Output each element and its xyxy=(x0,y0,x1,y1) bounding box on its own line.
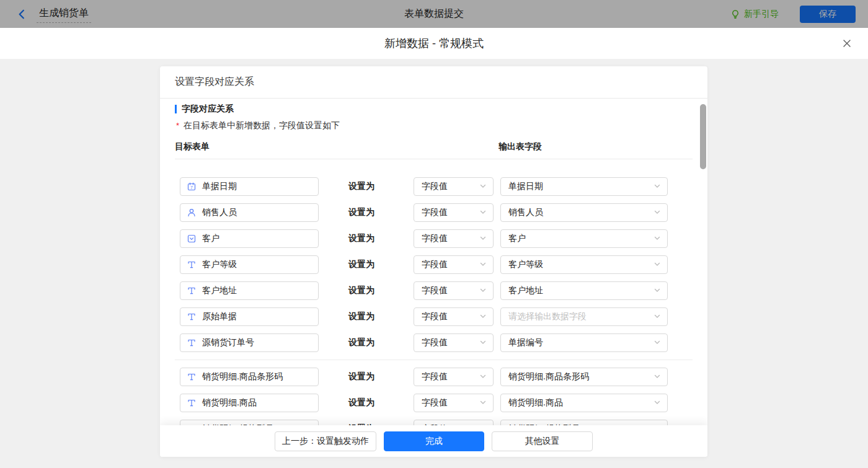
text-field-icon xyxy=(187,312,197,322)
select-placeholder: 请选择输出数据字段 xyxy=(508,311,587,322)
value-type-select[interactable]: 字段值 xyxy=(414,368,494,386)
mapping-row: 销货明细.规格型号 设置为 字段值 销货明细.规格型号 xyxy=(175,420,693,425)
chevron-down-icon xyxy=(479,182,487,192)
top-bar: 生成销货单 表单数据提交 新手引导 保存 xyxy=(0,0,868,28)
previous-step-button[interactable]: 上一步：设置触发动作 xyxy=(275,431,376,451)
value-type-select[interactable]: 字段值 xyxy=(414,281,494,300)
close-icon[interactable] xyxy=(842,38,852,51)
section-title-bar xyxy=(175,105,177,113)
mapping-row: 原始单据 设置为 字段值 请选择输出数据字段 xyxy=(175,307,693,326)
target-field-label: 客户等级 xyxy=(202,259,237,270)
modal-overlay-mask xyxy=(0,0,868,28)
chevron-down-icon xyxy=(653,286,661,296)
scrollbar-thumb[interactable] xyxy=(700,104,706,169)
output-field-select[interactable]: 单据日期 xyxy=(500,177,668,196)
chevron-down-icon xyxy=(653,398,661,408)
target-field-label: 销货明细.商品 xyxy=(202,397,257,408)
text-field-icon xyxy=(187,286,197,296)
modal-title: 新增数据 - 常规模式 xyxy=(384,36,484,51)
value-type-select[interactable]: 字段值 xyxy=(414,203,494,222)
target-field-label: 单据日期 xyxy=(202,181,237,192)
card-header: 设置字段对应关系 xyxy=(160,66,707,99)
set-as-label: 设置为 xyxy=(348,397,383,408)
output-field-select[interactable]: 销售人员 xyxy=(500,203,668,222)
target-field-box: 客户等级 xyxy=(180,255,319,274)
target-field-label: 销货明细.商品条形码 xyxy=(202,371,283,382)
chevron-down-icon xyxy=(653,338,661,348)
other-settings-button[interactable]: 其他设置 xyxy=(492,431,593,451)
set-as-label: 设置为 xyxy=(348,337,383,348)
chevron-down-icon xyxy=(479,338,487,348)
text-field-icon xyxy=(187,398,197,408)
output-field-select[interactable]: 客户等级 xyxy=(500,255,668,274)
target-field-box: 7 单据日期 xyxy=(180,177,319,196)
chevron-down-icon xyxy=(479,312,487,322)
output-field-select[interactable]: 客户 xyxy=(500,229,668,248)
value-type-select[interactable]: 字段值 xyxy=(414,255,494,274)
output-field-select[interactable]: 单据编号 xyxy=(500,333,668,352)
mapping-row: 销售人员 设置为 字段值 销售人员 xyxy=(175,203,693,222)
target-field-box: 销货明细.商品条形码 xyxy=(180,368,319,386)
chevron-down-icon xyxy=(479,398,487,408)
output-field-select[interactable]: 销货明细.商品 xyxy=(500,394,668,412)
target-field-box: 销货明细.商品 xyxy=(180,394,319,412)
text-field-icon xyxy=(187,260,197,270)
target-field-box: 销售人员 xyxy=(180,203,319,222)
target-field-box: 销货明细.规格型号 xyxy=(180,420,319,425)
column-target-form: 目标表单 xyxy=(175,141,210,151)
set-as-label: 设置为 xyxy=(348,207,383,218)
target-field-box: 客户 xyxy=(180,229,319,248)
chevron-down-icon xyxy=(653,182,661,192)
set-as-label: 设置为 xyxy=(348,311,383,322)
chevron-down-icon xyxy=(479,286,487,296)
target-field-label: 销售人员 xyxy=(202,207,237,218)
set-as-label: 设置为 xyxy=(348,233,383,244)
column-output-fields: 输出表字段 xyxy=(498,141,542,152)
field-mapping-card: 设置字段对应关系 字段对应关系 * 在目标表单中新增数据，字段值设置如下 目标表… xyxy=(160,66,707,457)
chevron-down-icon xyxy=(479,208,487,218)
value-type-select[interactable]: 字段值 xyxy=(414,333,494,352)
output-field-select[interactable]: 客户地址 xyxy=(500,281,668,300)
done-button[interactable]: 完成 xyxy=(384,431,484,451)
user-field-icon xyxy=(187,208,197,218)
set-as-label: 设置为 xyxy=(348,259,383,270)
mapping-row: 客户地址 设置为 字段值 客户地址 xyxy=(175,281,693,300)
output-field-select[interactable]: 销货明细.规格型号 xyxy=(500,420,668,425)
chevron-down-icon xyxy=(479,234,487,244)
target-field-box: 客户地址 xyxy=(180,281,319,300)
chevron-down-icon xyxy=(653,372,661,382)
svg-text:7: 7 xyxy=(190,185,193,190)
group-divider xyxy=(175,360,693,360)
output-field-select[interactable]: 销货明细.商品条形码 xyxy=(500,368,668,386)
target-field-label: 客户 xyxy=(202,233,219,244)
target-field-label: 源销货订单号 xyxy=(202,337,254,348)
mapping-row: 销货明细.商品条形码 设置为 字段值 销货明细.商品条形码 xyxy=(175,368,693,386)
date-field-icon: 7 xyxy=(187,182,197,192)
chevron-down-icon xyxy=(479,260,487,270)
modal-header: 新增数据 - 常规模式 xyxy=(0,28,868,59)
modal-body: 设置字段对应关系 字段对应关系 * 在目标表单中新增数据，字段值设置如下 目标表… xyxy=(0,59,868,468)
value-type-select[interactable]: 字段值 xyxy=(414,394,494,412)
chevron-down-icon xyxy=(653,260,661,270)
card-body: 字段对应关系 * 在目标表单中新增数据，字段值设置如下 目标表单 输出表字段 xyxy=(160,99,707,425)
mapping-row: 客户 设置为 字段值 客户 xyxy=(175,229,693,248)
mapping-rows: 7 单据日期 设置为 字段值 单据日期 xyxy=(175,177,693,425)
text-field-icon xyxy=(187,338,197,348)
mapping-row: 7 单据日期 设置为 字段值 单据日期 xyxy=(175,177,693,196)
required-asterisk: * xyxy=(176,121,179,130)
value-type-select[interactable]: 字段值 xyxy=(414,420,494,425)
chevron-down-icon xyxy=(653,234,661,244)
mapping-row: 客户等级 设置为 字段值 客户等级 xyxy=(175,255,693,274)
select-field-icon xyxy=(187,234,197,244)
target-field-label: 原始单据 xyxy=(202,311,237,322)
set-as-label: 设置为 xyxy=(348,371,383,382)
target-field-label: 客户地址 xyxy=(202,285,237,296)
section-title: 字段对应关系 xyxy=(175,104,693,115)
text-field-icon xyxy=(187,372,197,382)
value-type-select[interactable]: 字段值 xyxy=(414,177,494,196)
column-headers: 目标表单 输出表字段 xyxy=(175,141,693,159)
value-type-select[interactable]: 字段值 xyxy=(414,229,494,248)
output-field-select[interactable]: 请选择输出数据字段 xyxy=(500,307,668,326)
chevron-down-icon xyxy=(653,312,661,322)
value-type-select[interactable]: 字段值 xyxy=(414,307,494,326)
